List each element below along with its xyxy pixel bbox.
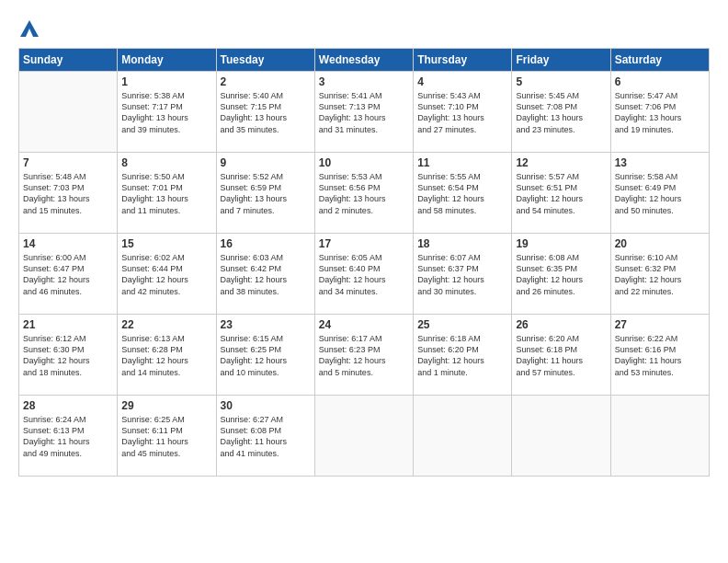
day-number: 7 xyxy=(23,156,113,169)
day-number: 23 xyxy=(221,318,311,331)
day-cell: 12Sunrise: 5:57 AM Sunset: 6:51 PM Dayli… xyxy=(512,153,610,234)
day-info: Sunrise: 5:47 AM Sunset: 7:06 PM Dayligh… xyxy=(615,90,705,135)
day-number: 5 xyxy=(516,75,606,88)
day-info: Sunrise: 6:12 AM Sunset: 6:30 PM Dayligh… xyxy=(23,333,113,378)
day-cell: 23Sunrise: 6:15 AM Sunset: 6:25 PM Dayli… xyxy=(216,315,314,396)
day-cell: 7Sunrise: 5:48 AM Sunset: 7:03 PM Daylig… xyxy=(19,153,118,234)
day-info: Sunrise: 6:05 AM Sunset: 6:40 PM Dayligh… xyxy=(319,252,409,297)
day-number: 1 xyxy=(121,75,211,88)
day-cell xyxy=(414,396,512,477)
day-number: 30 xyxy=(221,399,311,412)
day-cell: 6Sunrise: 5:47 AM Sunset: 7:06 PM Daylig… xyxy=(610,72,709,153)
day-cell: 8Sunrise: 5:50 AM Sunset: 7:01 PM Daylig… xyxy=(118,153,216,234)
day-number: 25 xyxy=(417,318,507,331)
day-number: 27 xyxy=(615,318,705,331)
day-info: Sunrise: 5:52 AM Sunset: 6:59 PM Dayligh… xyxy=(221,171,311,216)
day-number: 13 xyxy=(615,156,705,169)
day-cell: 22Sunrise: 6:13 AM Sunset: 6:28 PM Dayli… xyxy=(118,315,216,396)
col-header-sunday: Sunday xyxy=(19,49,118,72)
day-number: 16 xyxy=(221,237,311,250)
day-info: Sunrise: 6:07 AM Sunset: 6:37 PM Dayligh… xyxy=(417,252,507,297)
day-info: Sunrise: 5:50 AM Sunset: 7:01 PM Dayligh… xyxy=(121,171,211,216)
day-cell xyxy=(610,396,709,477)
day-number: 21 xyxy=(23,318,113,331)
col-header-saturday: Saturday xyxy=(610,49,709,72)
day-number: 9 xyxy=(221,156,311,169)
day-cell: 14Sunrise: 6:00 AM Sunset: 6:47 PM Dayli… xyxy=(19,234,118,315)
day-info: Sunrise: 5:41 AM Sunset: 7:13 PM Dayligh… xyxy=(319,90,409,135)
week-row-1: 7Sunrise: 5:48 AM Sunset: 7:03 PM Daylig… xyxy=(19,153,710,234)
day-info: Sunrise: 6:24 AM Sunset: 6:13 PM Dayligh… xyxy=(23,414,113,459)
day-number: 18 xyxy=(417,237,507,250)
day-info: Sunrise: 6:18 AM Sunset: 6:20 PM Dayligh… xyxy=(417,333,507,378)
week-row-2: 14Sunrise: 6:00 AM Sunset: 6:47 PM Dayli… xyxy=(19,234,710,315)
logo xyxy=(18,17,39,39)
day-info: Sunrise: 6:25 AM Sunset: 6:11 PM Dayligh… xyxy=(121,414,211,459)
day-info: Sunrise: 5:43 AM Sunset: 7:10 PM Dayligh… xyxy=(417,90,507,135)
header xyxy=(18,17,710,39)
week-row-0: 1Sunrise: 5:38 AM Sunset: 7:17 PM Daylig… xyxy=(19,72,710,153)
day-cell: 11Sunrise: 5:55 AM Sunset: 6:54 PM Dayli… xyxy=(414,153,512,234)
day-cell: 19Sunrise: 6:08 AM Sunset: 6:35 PM Dayli… xyxy=(512,234,610,315)
day-info: Sunrise: 6:08 AM Sunset: 6:35 PM Dayligh… xyxy=(516,252,606,297)
day-cell: 20Sunrise: 6:10 AM Sunset: 6:32 PM Dayli… xyxy=(610,234,709,315)
day-number: 2 xyxy=(221,75,311,88)
day-cell: 3Sunrise: 5:41 AM Sunset: 7:13 PM Daylig… xyxy=(314,72,413,153)
day-number: 15 xyxy=(121,237,211,250)
day-number: 8 xyxy=(121,156,211,169)
day-number: 26 xyxy=(516,318,606,331)
col-header-thursday: Thursday xyxy=(414,49,512,72)
day-cell: 17Sunrise: 6:05 AM Sunset: 6:40 PM Dayli… xyxy=(314,234,413,315)
day-cell xyxy=(512,396,610,477)
day-cell: 15Sunrise: 6:02 AM Sunset: 6:44 PM Dayli… xyxy=(118,234,216,315)
day-cell: 4Sunrise: 5:43 AM Sunset: 7:10 PM Daylig… xyxy=(414,72,512,153)
day-number: 28 xyxy=(23,399,113,412)
day-info: Sunrise: 6:15 AM Sunset: 6:25 PM Dayligh… xyxy=(221,333,311,378)
day-number: 29 xyxy=(121,399,211,412)
logo-icon xyxy=(20,20,39,37)
day-number: 12 xyxy=(516,156,606,169)
day-number: 6 xyxy=(615,75,705,88)
day-cell: 1Sunrise: 5:38 AM Sunset: 7:17 PM Daylig… xyxy=(118,72,216,153)
day-number: 14 xyxy=(23,237,113,250)
day-cell: 13Sunrise: 5:58 AM Sunset: 6:49 PM Dayli… xyxy=(610,153,709,234)
day-cell: 18Sunrise: 6:07 AM Sunset: 6:37 PM Dayli… xyxy=(414,234,512,315)
day-info: Sunrise: 5:45 AM Sunset: 7:08 PM Dayligh… xyxy=(516,90,606,135)
day-info: Sunrise: 5:48 AM Sunset: 7:03 PM Dayligh… xyxy=(23,171,113,216)
day-cell: 28Sunrise: 6:24 AM Sunset: 6:13 PM Dayli… xyxy=(19,396,118,477)
day-info: Sunrise: 5:58 AM Sunset: 6:49 PM Dayligh… xyxy=(615,171,705,216)
day-cell: 21Sunrise: 6:12 AM Sunset: 6:30 PM Dayli… xyxy=(19,315,118,396)
day-info: Sunrise: 5:38 AM Sunset: 7:17 PM Dayligh… xyxy=(121,90,211,135)
day-info: Sunrise: 5:53 AM Sunset: 6:56 PM Dayligh… xyxy=(319,171,409,216)
day-cell: 25Sunrise: 6:18 AM Sunset: 6:20 PM Dayli… xyxy=(414,315,512,396)
day-info: Sunrise: 6:27 AM Sunset: 6:08 PM Dayligh… xyxy=(221,414,311,459)
day-cell: 2Sunrise: 5:40 AM Sunset: 7:15 PM Daylig… xyxy=(216,72,314,153)
day-cell: 30Sunrise: 6:27 AM Sunset: 6:08 PM Dayli… xyxy=(216,396,314,477)
day-cell: 26Sunrise: 6:20 AM Sunset: 6:18 PM Dayli… xyxy=(512,315,610,396)
day-info: Sunrise: 5:55 AM Sunset: 6:54 PM Dayligh… xyxy=(417,171,507,216)
day-number: 22 xyxy=(121,318,211,331)
day-info: Sunrise: 5:40 AM Sunset: 7:15 PM Dayligh… xyxy=(221,90,311,135)
day-cell xyxy=(314,396,413,477)
day-number: 17 xyxy=(319,237,409,250)
day-info: Sunrise: 6:17 AM Sunset: 6:23 PM Dayligh… xyxy=(319,333,409,378)
day-info: Sunrise: 6:10 AM Sunset: 6:32 PM Dayligh… xyxy=(615,252,705,297)
day-info: Sunrise: 6:20 AM Sunset: 6:18 PM Dayligh… xyxy=(516,333,606,378)
week-row-3: 21Sunrise: 6:12 AM Sunset: 6:30 PM Dayli… xyxy=(19,315,710,396)
day-number: 4 xyxy=(417,75,507,88)
day-cell: 16Sunrise: 6:03 AM Sunset: 6:42 PM Dayli… xyxy=(216,234,314,315)
col-header-wednesday: Wednesday xyxy=(314,49,413,72)
day-number: 10 xyxy=(319,156,409,169)
header-row: SundayMondayTuesdayWednesdayThursdayFrid… xyxy=(19,49,710,72)
day-number: 20 xyxy=(615,237,705,250)
day-cell: 27Sunrise: 6:22 AM Sunset: 6:16 PM Dayli… xyxy=(610,315,709,396)
day-cell: 9Sunrise: 5:52 AM Sunset: 6:59 PM Daylig… xyxy=(216,153,314,234)
day-number: 3 xyxy=(319,75,409,88)
day-info: Sunrise: 6:02 AM Sunset: 6:44 PM Dayligh… xyxy=(121,252,211,297)
day-number: 19 xyxy=(516,237,606,250)
day-cell: 24Sunrise: 6:17 AM Sunset: 6:23 PM Dayli… xyxy=(314,315,413,396)
day-info: Sunrise: 6:00 AM Sunset: 6:47 PM Dayligh… xyxy=(23,252,113,297)
col-header-friday: Friday xyxy=(512,49,610,72)
day-info: Sunrise: 6:03 AM Sunset: 6:42 PM Dayligh… xyxy=(221,252,311,297)
week-row-4: 28Sunrise: 6:24 AM Sunset: 6:13 PM Dayli… xyxy=(19,396,710,477)
